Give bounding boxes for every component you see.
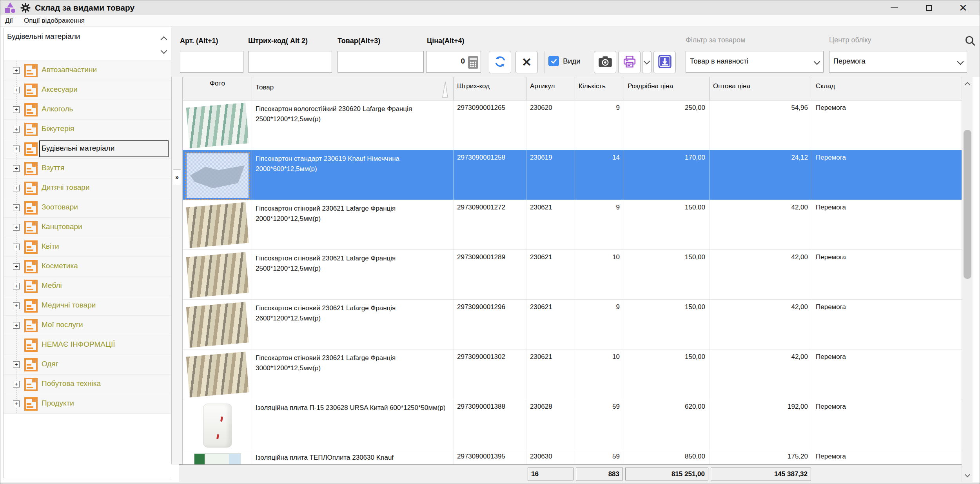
print-options-button[interactable] [642,51,652,73]
product-name-cell[interactable]: Гіпсокартон стандарт 230619 Knauf Німечч… [252,150,454,200]
table-row[interactable]: Гіпсокартон стіновий 230621 Lafarge Фран… [183,250,962,300]
barcode-cell[interactable]: 2973090001289 [454,250,526,299]
product-photo-cell[interactable] [183,349,252,399]
sidebar-category-item[interactable]: + Мої послуги [4,316,171,335]
column-header-warehouse[interactable]: Склад [812,77,962,100]
wholesale-price-cell[interactable]: 42,00 [710,250,812,299]
sidebar-category-item[interactable]: + Одяг [4,355,171,375]
barcode-cell[interactable]: 2973090001302 [454,349,526,399]
article-input[interactable] [180,51,243,73]
table-row[interactable]: Гіпсокартон стіновий 230621 Lafarge Фран… [183,349,962,399]
expand-plus-icon[interactable]: + [13,224,20,231]
expand-plus-icon[interactable]: + [13,361,20,368]
expand-plus-icon[interactable]: + [13,67,20,74]
column-header-product[interactable]: Товар [252,77,454,100]
maximize-button[interactable] [911,0,946,15]
product-photo-cell[interactable] [183,150,252,200]
refresh-button[interactable] [489,51,511,73]
warehouse-cell[interactable]: Перемога [812,250,962,299]
sidebar-category-item[interactable]: + Косметика [4,257,171,277]
product-photo-cell[interactable] [183,250,252,299]
sidebar-category-item[interactable]: + Алкоголь [4,100,171,120]
expand-plus-icon[interactable]: + [13,87,20,93]
table-row[interactable]: Гіпсокартон вологостійкий 230620 Lafarge… [183,100,962,150]
sidebar-category-item[interactable]: + Автозапчастини [4,61,171,80]
product-name-cell[interactable]: Гіпсокартон стіновий 230621 Lafarge Фран… [252,349,454,399]
retail-price-cell[interactable]: 150,00 [624,250,710,299]
scroll-up-icon[interactable] [962,78,973,89]
table-row[interactable]: Ізоляційна плита П-15 230628 URSA Китай … [183,399,962,449]
column-header-photo[interactable]: Фото [183,77,252,100]
quantity-cell[interactable]: 9 [575,200,624,249]
quantity-cell[interactable]: 59 [575,449,624,464]
product-photo-cell[interactable] [183,399,252,449]
column-header-quantity[interactable]: Кількість [575,77,624,100]
retail-price-cell[interactable]: 850,00 [624,449,710,464]
export-button[interactable] [653,51,676,73]
product-photo-cell[interactable] [183,200,252,249]
menu-item-display-options[interactable]: Опції відображення [18,15,90,27]
expand-plus-icon[interactable]: + [13,244,20,250]
sidebar-category-item[interactable]: + Будівельні матеріали [4,139,171,159]
sidebar-category-item[interactable]: + Дитячі товари [4,178,171,198]
wholesale-price-cell[interactable]: 42,00 [710,200,812,249]
warehouse-cell[interactable]: Перемога [812,200,962,249]
article-cell[interactable]: 230619 [526,150,575,200]
retail-price-cell[interactable]: 170,00 [624,150,710,200]
quantity-cell[interactable]: 10 [575,349,624,399]
warehouse-cell[interactable]: Перемога [812,150,962,200]
table-row[interactable]: Гіпсокартон стіновий 230621 Lafarge Фран… [183,300,962,349]
quantity-cell[interactable]: 59 [575,399,624,449]
product-name-cell[interactable]: Гіпсокартон вологостійкий 230620 Lafarge… [252,100,454,150]
wholesale-price-cell[interactable]: 42,00 [710,349,812,399]
warehouse-cell[interactable]: Перемога [812,300,962,349]
column-header-barcode[interactable]: Штрих-код [454,77,526,100]
retail-price-cell[interactable]: 150,00 [624,200,710,249]
quantity-cell[interactable]: 14 [575,150,624,200]
expand-plus-icon[interactable]: + [13,322,20,329]
barcode-input[interactable] [248,51,332,73]
sidebar-category-item[interactable]: + НЕМАЄ ІНФОРМАЦІЇ [4,335,171,355]
panel-splitter[interactable]: » [171,77,183,464]
retail-price-cell[interactable]: 620,00 [624,399,710,449]
checkbox-checked-icon[interactable] [548,56,559,66]
table-row[interactable]: Ізоляційна плита ТЕПЛОплита 230630 Knauf… [183,449,962,464]
expand-plus-icon[interactable]: + [13,283,20,289]
table-row[interactable]: Гіпсокартон стіновий 230621 Lafarge Фран… [183,200,962,250]
sidebar-category-item[interactable]: + Біжутерія [4,120,171,139]
column-header-retail-price[interactable]: Роздрібна ціна [624,77,710,100]
expand-plus-icon[interactable]: + [13,381,20,388]
barcode-cell[interactable]: 2973090001388 [454,399,526,449]
search-icon[interactable] [964,35,976,49]
sidebar-category-item[interactable]: + Продукти [4,394,171,414]
product-name-cell[interactable]: Ізоляційна плита ТЕПЛОплита 230630 Knauf [252,449,454,464]
article-cell[interactable]: 230620 [526,100,575,150]
product-name-cell[interactable]: Гіпсокартон стіновий 230621 Lafarge Фран… [252,250,454,299]
barcode-cell[interactable]: 2973090001265 [454,100,526,150]
wholesale-price-cell[interactable]: 54,96 [710,100,812,150]
vertical-scrollbar[interactable] [962,77,973,482]
article-cell[interactable]: 230621 [526,300,575,349]
table-row[interactable]: Гіпсокартон стандарт 230619 Knauf Німечч… [183,150,962,200]
expand-plus-icon[interactable]: + [13,185,20,191]
product-photo-cell[interactable] [183,449,252,464]
scrollbar-thumb[interactable] [964,130,971,279]
retail-price-cell[interactable]: 150,00 [624,349,710,399]
wholesale-price-cell[interactable]: 42,00 [710,300,812,349]
barcode-cell[interactable]: 2973090001272 [454,200,526,249]
accounting-center-select[interactable]: Перемога [829,51,967,73]
expand-plus-icon[interactable]: + [13,146,20,152]
article-cell[interactable]: 230621 [526,200,575,249]
views-checkbox[interactable]: Види [548,56,581,66]
category-combo[interactable]: Будівельні матеріали [4,28,171,60]
barcode-cell[interactable]: 2973090001395 [454,449,526,464]
sidebar-category-item[interactable]: + Квіти [4,237,171,257]
expand-plus-icon[interactable]: + [13,302,20,309]
splitter-collapse-icon[interactable]: » [173,169,181,185]
clear-button[interactable]: ✕ [515,51,538,73]
article-cell[interactable]: 230630 [526,449,575,464]
sidebar-category-item[interactable]: + Зоотовари [4,198,171,218]
article-cell[interactable]: 230621 [526,349,575,399]
sidebar-category-item[interactable]: + Медичні товари [4,296,171,316]
camera-button[interactable] [594,51,616,73]
